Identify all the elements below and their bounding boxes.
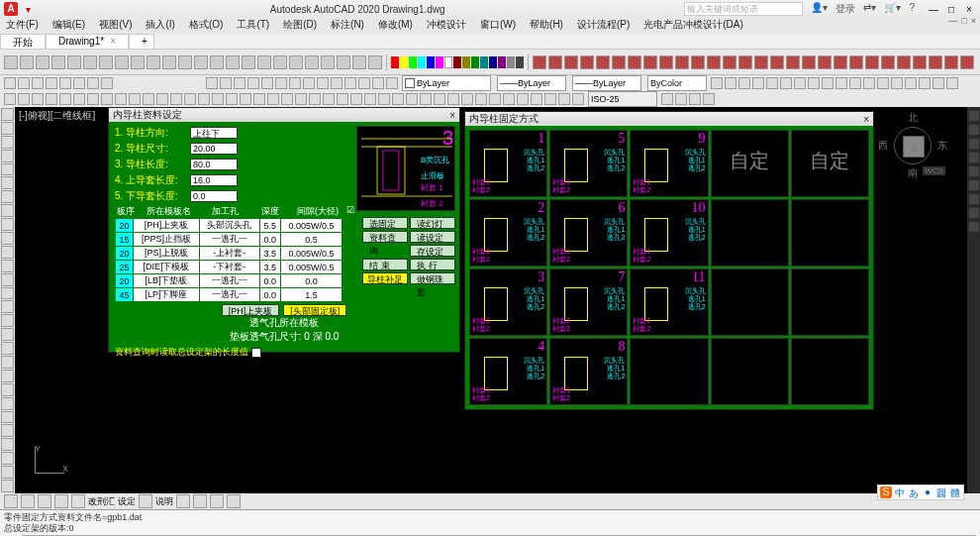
doc-max[interactable]: □ [961, 16, 966, 26]
color-palette[interactable] [391, 56, 524, 68]
draw-tool-icon[interactable] [1, 300, 14, 313]
select-fix-button[interactable]: 选固定方式 [362, 217, 408, 229]
drawing-canvas[interactable]: [-]俯视][二维线框] 北 南 东 西 上 WCS Y X 内导柱资料设定× … [15, 107, 967, 493]
tool-icon[interactable] [289, 77, 301, 89]
tool-icon[interactable] [267, 93, 279, 105]
bottom-label-3[interactable]: 说明 [155, 495, 173, 508]
tool-icon[interactable] [242, 55, 255, 69]
tool-icon[interactable] [51, 55, 65, 69]
tool-icon[interactable] [766, 77, 778, 89]
tool-icon[interactable] [368, 55, 382, 69]
draw-tool-icon[interactable] [1, 480, 14, 492]
head-fix-button[interactable]: [头部固定板] [283, 304, 346, 316]
dialog2-close[interactable]: × [863, 114, 869, 125]
direction-input[interactable]: 上往下 [190, 127, 238, 139]
tool-icon[interactable] [317, 77, 329, 89]
tool-icon[interactable] [406, 93, 418, 105]
bottom-label-1[interactable]: 改刑汇 [88, 495, 115, 508]
tool-icon[interactable] [612, 55, 626, 69]
tool-icon[interactable] [220, 77, 232, 89]
tool-icon[interactable] [794, 77, 806, 89]
tool-icon[interactable] [386, 77, 398, 89]
menu-edit[interactable]: 编辑(E) [52, 18, 85, 34]
tool-icon[interactable] [295, 93, 307, 105]
lineweight-dropdown[interactable]: —— ByLayer [572, 75, 641, 91]
draw-tool-icon[interactable] [1, 466, 14, 479]
draw-tool-icon[interactable] [1, 287, 14, 300]
draw-tool-icon[interactable] [1, 383, 14, 396]
menu-modify[interactable]: 修改(M) [378, 18, 413, 34]
close-button[interactable]: × [962, 4, 976, 15]
tool-icon[interactable] [944, 55, 958, 69]
draw-tool-icon[interactable] [1, 273, 14, 286]
menu-tools[interactable]: 工具(T) [237, 18, 269, 34]
tool-icon[interactable] [913, 55, 927, 69]
draw-tool-icon[interactable] [1, 204, 14, 217]
tool-icon[interactable] [711, 77, 723, 89]
menu-die[interactable]: 冲模设计 [427, 18, 466, 34]
tool-icon[interactable] [162, 55, 176, 69]
tool-icon[interactable] [240, 93, 251, 105]
draw-tool-icon[interactable] [1, 438, 14, 451]
tool-icon[interactable] [822, 77, 833, 89]
fix-method-cell[interactable] [791, 199, 869, 267]
menu-help[interactable]: 帮助(H) [530, 18, 563, 34]
save-setting-button[interactable]: 存设定值 [410, 245, 455, 257]
tool-icon[interactable] [176, 494, 190, 508]
tool-icon[interactable] [226, 55, 240, 69]
fix-method-cell[interactable]: 6沉头孔逃孔1逃孔2衬套1衬套2 [549, 199, 628, 267]
draw-tool-icon[interactable] [1, 314, 14, 327]
tool-icon[interactable] [143, 93, 154, 105]
tool-icon[interactable] [210, 55, 224, 69]
draw-tool-icon[interactable] [1, 411, 14, 424]
tool-icon[interactable] [20, 55, 34, 69]
fix-method-cell[interactable]: 1沉头孔逃孔1逃孔2衬套1衬套2 [469, 130, 547, 197]
tool-icon[interactable] [659, 55, 673, 69]
tool-icon[interactable] [210, 494, 224, 508]
tool-icon[interactable] [628, 55, 641, 69]
tool-icon[interactable] [21, 494, 35, 508]
tool-icon[interactable] [275, 77, 287, 89]
upper-sleeve-input[interactable]: 16.0 [190, 174, 238, 186]
tool-icon[interactable] [738, 77, 750, 89]
tool-icon[interactable] [849, 77, 861, 89]
tool-icon[interactable] [352, 55, 366, 69]
nav-tool-icon[interactable] [969, 208, 979, 218]
tool-icon[interactable] [919, 77, 931, 89]
tool-icon[interactable] [212, 93, 224, 105]
tool-icon[interactable] [544, 93, 556, 105]
tab-start[interactable]: 开始 [0, 34, 46, 49]
exchange-icon[interactable]: ⇄▾ [863, 2, 876, 16]
tool-icon[interactable] [580, 55, 594, 69]
tool-icon[interactable] [461, 93, 473, 105]
vent-d-input[interactable]: 0 [304, 331, 310, 342]
ball-sleeve-button[interactable]: 做钢珠套 [410, 272, 455, 284]
tool-icon[interactable] [32, 77, 44, 89]
nav-tool-icon[interactable] [969, 166, 979, 176]
menu-file[interactable]: 文件(F) [6, 18, 39, 34]
fill-pillar-button[interactable]: 导柱补足 [362, 272, 408, 284]
tool-icon[interactable] [234, 77, 245, 89]
tool-icon[interactable] [364, 93, 376, 105]
tool-icon[interactable] [305, 55, 319, 69]
draw-tool-icon[interactable] [1, 150, 14, 162]
nav-tool-icon[interactable] [969, 153, 979, 162]
menu-view[interactable]: 视图(V) [99, 18, 132, 34]
tool-icon[interactable] [503, 93, 515, 105]
draw-tool-icon[interactable] [1, 108, 14, 121]
wcs-label[interactable]: WCS [923, 166, 945, 175]
tool-icon[interactable] [558, 93, 570, 105]
nav-tool-icon[interactable] [969, 125, 979, 135]
fix-method-cell[interactable]: 3沉头孔逃孔1逃孔2衬套1衬套2 [469, 268, 547, 336]
fix-method-cell[interactable]: 5沉头孔逃孔1逃孔2衬套1衬套2 [549, 130, 628, 197]
tool-icon[interactable] [835, 77, 847, 89]
linetype-dropdown[interactable]: —— ByLayer [497, 75, 566, 91]
nav-tool-icon[interactable] [969, 180, 979, 190]
draw-tool-icon[interactable] [1, 397, 14, 410]
tool-icon[interactable] [691, 55, 705, 69]
tool-icon[interactable] [59, 77, 71, 89]
tool-icon[interactable] [447, 93, 459, 105]
menu-format[interactable]: 格式(O) [189, 18, 223, 34]
tool-icon[interactable] [303, 77, 315, 89]
app-logo[interactable]: A [4, 2, 18, 16]
